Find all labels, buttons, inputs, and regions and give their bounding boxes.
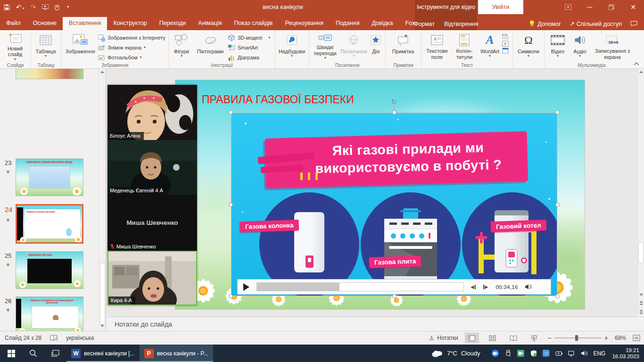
icons-button[interactable]: Піктограми [193, 32, 228, 61]
smartart-button[interactable]: SmartArt [228, 43, 270, 52]
next-slide-button[interactable] [638, 310, 644, 315]
taskbar-clock[interactable]: 19:21 16.03.2023 [610, 347, 639, 360]
audio-button[interactable]: Аудіо▾ [569, 32, 591, 61]
thumbnails-scrollbar[interactable] [99, 69, 106, 331]
language-tray-indicator[interactable]: ENG [593, 350, 605, 357]
save-icon[interactable] [4, 4, 10, 10]
fit-slide-button[interactable] [633, 335, 640, 341]
resize-handle-s[interactable] [392, 294, 396, 298]
video-frame[interactable]: Які газові прилади ми використовуємо в п… [231, 113, 557, 296]
tab-review[interactable]: Рецензування [279, 17, 329, 30]
participant-tile-3[interactable]: Миша Шевченко Миша Шевченко [107, 195, 197, 251]
resize-handle-w[interactable] [229, 203, 233, 207]
comment-button[interactable]: Примітка [387, 32, 419, 61]
screenshot-button[interactable]: Знімок екрана▾ [98, 43, 165, 52]
undo-icon[interactable]: ↶ ▾ [16, 4, 24, 10]
photo-album-button[interactable]: Фотоальбом▾ [98, 53, 165, 62]
table-button[interactable]: Таблиця▾ [33, 32, 59, 61]
zoom-tray-icon[interactable] [491, 349, 499, 357]
text-box-button[interactable]: A Текстове поле [423, 32, 451, 61]
video-object[interactable]: ↻ Які газові прилади ми використовуємо в… [231, 113, 557, 296]
3d-models-button[interactable]: 3D-моделі▾ [228, 33, 270, 42]
editor-scrollbar-thumb[interactable] [638, 242, 644, 263]
notes-pane[interactable]: Нотатки до слайда [106, 317, 644, 331]
scrollbar-thumb[interactable] [100, 263, 105, 324]
app-tray-icon[interactable]: ◫ [542, 349, 550, 357]
spellcheck-icon[interactable] [50, 335, 58, 341]
start-button[interactable] [0, 345, 22, 362]
slide-number-icon[interactable]: # [502, 41, 509, 47]
play-button[interactable] [243, 283, 249, 291]
tab-help[interactable]: Довідка [365, 17, 399, 30]
tab-slideshow[interactable]: Показ слайдів [228, 17, 279, 30]
action-button[interactable]: Дія [368, 32, 384, 61]
taskbar-powerpoint-window[interactable]: P весна канікули - P... [140, 345, 213, 362]
chart-button[interactable]: Діаграма [228, 53, 270, 62]
online-images-button[interactable]: Зображення з Інтернету [98, 33, 165, 42]
notes-toggle-button[interactable]: Нотатки [429, 335, 458, 341]
resize-handle-nw[interactable] [229, 110, 233, 115]
shapes-button[interactable]: Фігури▾ [170, 32, 193, 61]
power-tray-icon[interactable] [555, 349, 563, 357]
minimize-button[interactable]: — [579, 0, 601, 14]
thumbnail-slide-23[interactable]: НЕБЕЗПЕЧНІ ЗАБАВИ ЛИСЕНЯТКА ФРЕДА [16, 158, 83, 196]
participant-tile-4[interactable]: Кира 4-А [107, 251, 197, 305]
mute-icon[interactable] [525, 284, 532, 290]
slide-sorter-view-button[interactable] [486, 333, 500, 343]
zoom-out-button[interactable]: − [548, 334, 552, 342]
zoom-slider[interactable]: − + [548, 334, 608, 342]
thumbnail-partial[interactable] [16, 69, 83, 79]
share-button[interactable]: ↗Спільний доступ [570, 20, 622, 27]
tab-transitions[interactable]: Переходи [153, 17, 192, 30]
symbols-button[interactable]: Ω Символи▾ [514, 32, 543, 61]
usb-tray-icon[interactable] [504, 349, 512, 357]
defender-tray-icon[interactable] [529, 349, 537, 357]
record-icon[interactable] [55, 4, 61, 10]
taskbar-word-window[interactable]: W весняні канікули [... [66, 345, 140, 362]
editor-scroll-down[interactable] [638, 294, 644, 296]
zoom-slider-thumb[interactable] [575, 335, 578, 341]
frame-back-button[interactable]: ◀ [471, 284, 476, 289]
search-button[interactable] [22, 345, 44, 362]
slide-title[interactable]: ПРАВИЛА ГАЗОВОЇ БЕЗПЕКИ [202, 93, 354, 106]
zoom-level[interactable]: 68% [615, 335, 626, 341]
language-indicator[interactable]: українська [66, 335, 94, 341]
participant-tile-2[interactable]: Меденець Євгеній 4 А [107, 140, 197, 195]
object-icon[interactable] [502, 48, 509, 54]
start-slideshow-icon[interactable] [42, 4, 49, 10]
resize-handle-e[interactable] [555, 203, 560, 207]
zoom-links-button[interactable]: Швидкі переходи▾ [311, 32, 339, 61]
scroll-up-arrow[interactable] [100, 71, 104, 73]
resize-handle-ne[interactable] [555, 110, 560, 115]
slideshow-view-button[interactable] [527, 333, 541, 343]
resize-handle-sw[interactable] [229, 294, 233, 298]
video-button[interactable]: Відео▾ [546, 32, 569, 61]
seek-bar[interactable] [256, 282, 464, 291]
tab-view[interactable]: Подання [330, 17, 365, 30]
wordart-button[interactable]: A WordArt▾ [478, 32, 502, 61]
participant-tile-1[interactable]: Білоус Аліна [107, 85, 197, 140]
reading-view-button[interactable] [506, 333, 520, 343]
editor-scroll-up[interactable] [639, 71, 643, 73]
close-button[interactable]: ✕ [622, 0, 644, 14]
qat-customize-icon[interactable]: ▾ [67, 5, 69, 9]
tab-format[interactable]: Формат [410, 18, 438, 30]
tab-animations[interactable]: Анімація [192, 17, 228, 30]
thumbnail-slide-25[interactable]: ОБЕРЕЖНО! ВОГОНЬ! [16, 251, 83, 289]
collapse-ribbon-icon[interactable] [634, 62, 640, 66]
screen-recording-button[interactable]: Записування з екрана [591, 32, 634, 61]
resize-handle-se[interactable] [555, 294, 560, 298]
header-footer-button[interactable]: Колон-титули [451, 32, 478, 61]
frame-forward-button[interactable]: ▶ [483, 284, 488, 289]
ribbon-display-options-icon[interactable] [557, 0, 579, 14]
editor-scrollbar[interactable] [637, 69, 644, 317]
tab-insert[interactable]: Вставлення [63, 17, 107, 30]
slide-canvas[interactable]: ПРАВИЛА ГАЗОВОЇ БЕЗПЕКИ ↻ Які газов [175, 80, 585, 309]
network-tray-icon[interactable] [568, 349, 576, 357]
addins-button[interactable]: Надбудови▾ [277, 32, 307, 61]
sign-in-button[interactable]: Увійти [478, 0, 523, 14]
task-view-button[interactable] [44, 345, 66, 362]
zoom-in-button[interactable]: + [604, 334, 608, 342]
date-time-icon[interactable] [502, 33, 509, 40]
new-slide-button[interactable]: Новий слайд▾ [1, 32, 29, 61]
